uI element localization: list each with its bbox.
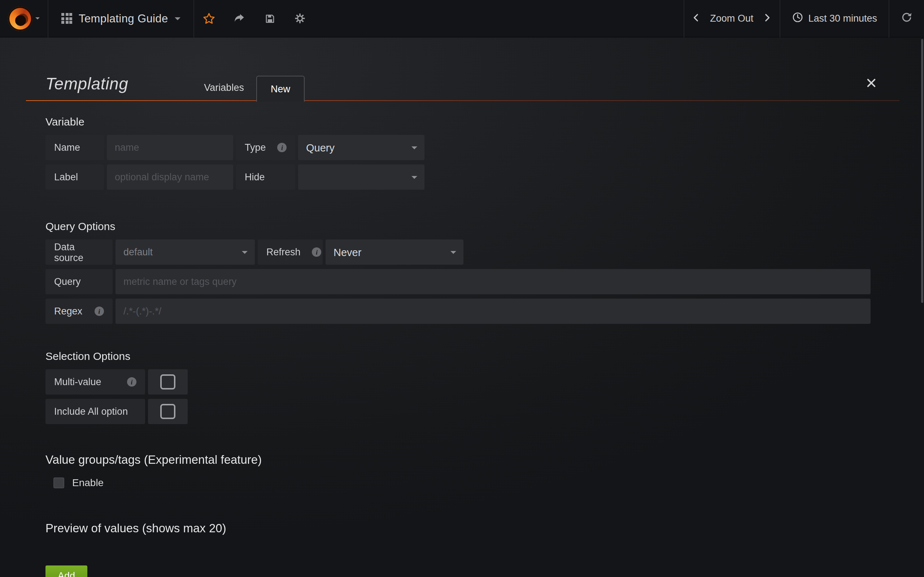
- query-row: Query: [45, 269, 900, 294]
- selection-options-section-heading: Selection Options: [45, 350, 900, 362]
- multi-value-checkbox-panel: [148, 369, 188, 395]
- clock-icon: [792, 11, 803, 25]
- share-icon: [234, 12, 246, 24]
- hide-select-caret-icon: [412, 176, 417, 179]
- include-all-checkbox-panel: [148, 399, 188, 424]
- editor-title: Templating: [26, 74, 128, 101]
- regex-label: Regex: [45, 298, 113, 324]
- time-range-picker-button[interactable]: Last 30 minutes: [780, 0, 888, 37]
- grafana-logo-icon: [8, 6, 32, 31]
- org-menu-caret-icon: [36, 17, 40, 19]
- type-select[interactable]: Query: [298, 135, 425, 160]
- editor-header: Templating Variables New: [26, 37, 900, 101]
- include-all-label: Include All option: [45, 399, 145, 424]
- templating-editor: Templating Variables New Variable Name: [26, 37, 900, 577]
- label-input[interactable]: [107, 164, 233, 190]
- time-shift-right-button[interactable]: [755, 0, 779, 37]
- regex-info-icon[interactable]: [95, 306, 104, 316]
- multi-value-label-text: Multi-value: [54, 377, 102, 387]
- close-editor-button[interactable]: [865, 76, 878, 92]
- gear-icon: [294, 12, 307, 24]
- value-groups-section-heading: Value groups/tags (Experimental feature): [45, 453, 900, 467]
- variable-section-heading: Variable: [45, 115, 900, 128]
- editor-content: Variable Name Type Query Label Hide: [26, 115, 900, 577]
- include-all-checkbox[interactable]: [160, 404, 175, 419]
- query-label: Query: [45, 269, 113, 294]
- close-icon: [866, 79, 876, 90]
- label-label: Label: [45, 164, 104, 190]
- data-source-select-value: default: [123, 247, 153, 258]
- tab-new[interactable]: New: [256, 76, 305, 102]
- name-label: Name: [45, 135, 104, 160]
- refresh-info-icon[interactable]: [312, 247, 321, 257]
- query-options-section-heading: Query Options: [45, 220, 900, 232]
- share-dashboard-button[interactable]: [225, 0, 255, 37]
- type-info-icon[interactable]: [278, 143, 287, 152]
- multi-value-info-icon[interactable]: [127, 377, 136, 387]
- tab-underline: [26, 100, 900, 101]
- multi-value-row: Multi-value: [45, 369, 900, 395]
- variable-name-row: Name Type Query: [45, 135, 900, 160]
- refresh-select-caret-icon: [451, 251, 456, 253]
- star-icon: [203, 12, 215, 24]
- dashboard-picker-button[interactable]: Templating Guide: [48, 0, 194, 37]
- refresh-select-value: Never: [333, 246, 361, 258]
- navbar-right-controls: Zoom Out Last 30 minutes: [683, 0, 924, 37]
- save-icon: [264, 13, 276, 24]
- chevron-left-icon: [691, 13, 701, 24]
- grafana-app: Templating Guide: [0, 0, 924, 577]
- top-navbar: Templating Guide: [0, 0, 924, 37]
- include-all-row: Include All option: [45, 399, 900, 424]
- refresh-label-text: Refresh: [267, 247, 300, 258]
- type-select-value: Query: [306, 142, 334, 153]
- type-select-caret-icon: [412, 146, 417, 149]
- dashboard-grid-icon: [61, 13, 72, 24]
- data-source-label: Data source: [45, 239, 113, 265]
- refresh-label: Refresh: [258, 239, 323, 265]
- name-input[interactable]: [107, 135, 233, 160]
- data-source-select-caret-icon: [242, 251, 247, 253]
- regex-label-text: Regex: [54, 306, 82, 317]
- multi-value-checkbox[interactable]: [160, 374, 175, 390]
- star-dashboard-button[interactable]: [194, 0, 225, 37]
- tab-variables[interactable]: Variables: [192, 74, 256, 101]
- time-range-label: Last 30 minutes: [808, 13, 877, 24]
- hide-select[interactable]: [298, 164, 425, 190]
- refresh-icon: [901, 11, 913, 25]
- enable-label: Enable: [72, 477, 103, 488]
- datasource-row: Data source default Refresh Never: [45, 239, 900, 265]
- data-source-select[interactable]: default: [115, 239, 255, 265]
- dashboard-settings-button[interactable]: [285, 0, 315, 37]
- zoom-out-label: Zoom Out: [710, 13, 753, 24]
- save-dashboard-button[interactable]: [255, 0, 285, 37]
- refresh-dashboard-button[interactable]: [889, 0, 924, 37]
- regex-row: Regex: [45, 298, 900, 324]
- hide-label: Hide: [236, 164, 295, 190]
- multi-value-label: Multi-value: [45, 369, 145, 395]
- enable-row: Enable: [53, 477, 900, 488]
- dashboard-title: Templating Guide: [79, 12, 168, 25]
- time-shift-left-button[interactable]: [684, 0, 709, 37]
- enable-checkbox[interactable]: [53, 477, 64, 488]
- chevron-right-icon: [762, 13, 772, 24]
- org-menu-button[interactable]: [0, 0, 48, 37]
- refresh-select[interactable]: Never: [326, 239, 464, 265]
- add-button[interactable]: Add: [45, 566, 87, 577]
- type-label-text: Type: [245, 142, 266, 153]
- scrollbar-thumb[interactable]: [921, 39, 923, 303]
- dashboard-caret-icon: [175, 17, 181, 20]
- variable-label-row: Label Hide: [45, 164, 900, 190]
- zoom-out-button[interactable]: Zoom Out: [709, 0, 755, 37]
- preview-section-heading: Preview of values (shows max 20): [45, 521, 900, 535]
- regex-input[interactable]: [115, 298, 871, 324]
- query-input[interactable]: [115, 269, 871, 294]
- type-label: Type: [236, 135, 295, 160]
